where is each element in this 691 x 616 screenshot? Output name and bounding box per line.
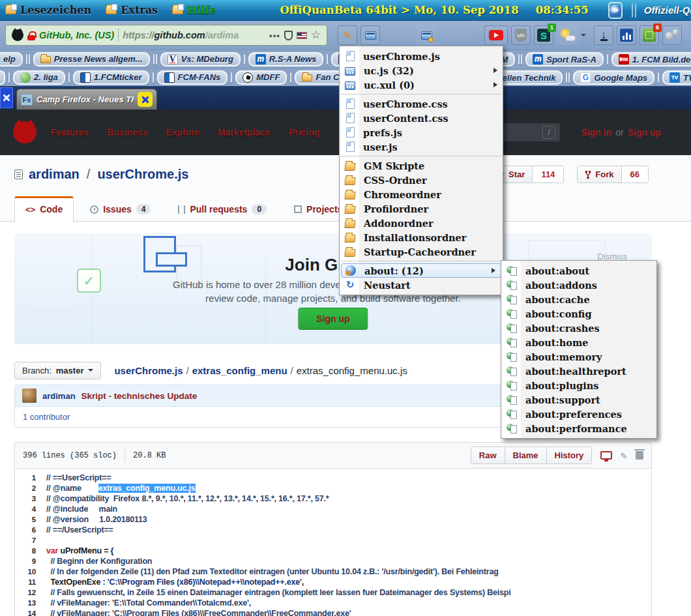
submenu-item-about-performance[interactable]: about:performance (501, 421, 656, 435)
submenu-item-about-support[interactable]: about:support (501, 392, 656, 407)
bookmark-help[interactable]: elp (0, 52, 23, 66)
breadcrumb-folder[interactable]: extras_config_menu (192, 365, 287, 376)
github-logo-icon[interactable] (13, 121, 37, 143)
bookmark-2liga[interactable]: 2. liga (13, 70, 65, 85)
submenu-item-about-plugins[interactable]: about:plugins (501, 378, 656, 392)
stylish-button[interactable]: S1 (534, 25, 553, 45)
tab-pull-requests[interactable]: Pull requests0 (167, 198, 278, 221)
menubar-lesezeichen[interactable]: Lesezeichen (5, 4, 91, 16)
delete-trash-icon[interactable] (636, 451, 643, 460)
menu-item-user-js[interactable]: user.js (340, 139, 503, 154)
bookmark-partial[interactable] (0, 70, 5, 85)
submenu-item-about-memory[interactable]: about:memory (501, 349, 656, 364)
menu-item-neustart[interactable]: ↻Neustart (340, 278, 503, 292)
menu-item-uc-xul[interactable]: uc.xul (0) (340, 78, 503, 92)
menu-item-userchrome-css[interactable]: userChrome.css (340, 96, 503, 111)
window-tool-button[interactable] (360, 25, 380, 45)
nav-features[interactable]: Features (51, 127, 89, 138)
bookmark-mdff[interactable]: MDFF (235, 70, 287, 85)
submenu-item-about-crashes[interactable]: about:crashes (501, 321, 656, 335)
bookmark-rsa-news[interactable]: R.S-A News (248, 52, 323, 66)
bookmark-fcmticker[interactable]: 1.FCMticker (73, 70, 149, 85)
edit-pencil-icon[interactable]: ✎ (621, 449, 627, 462)
browser-tab[interactable]: Fx Camp Firefox - Neues The (16, 89, 157, 110)
menu-item-chromeordner[interactable]: Chromeordner (340, 187, 503, 201)
sign-in-link[interactable]: Sign in (581, 127, 612, 138)
bookmark-tv-guide[interactable]: TVge (662, 70, 691, 85)
submenu-item-about-preferences[interactable]: about:preferences (501, 407, 656, 421)
key-tool-button[interactable] (417, 25, 436, 45)
nav-pricing[interactable]: Pricing (289, 127, 319, 138)
shield-icon[interactable] (284, 31, 293, 40)
raw-button[interactable]: Raw (471, 447, 505, 463)
submenu-item-about-addons[interactable]: about:addons (501, 278, 656, 292)
site-identity[interactable]: GitHub, Inc. (US) (39, 30, 114, 40)
menu-item-gm-skripte[interactable]: GM Skripte (340, 158, 503, 173)
notes-button[interactable]: 6 (640, 25, 659, 45)
globe-page-icon (507, 280, 517, 290)
menu-item-profilordner[interactable]: Profilordner (340, 201, 503, 216)
menu-item-usercontent-css[interactable]: userContent.css (340, 111, 503, 125)
menu-item-startup-cacheordner[interactable]: Startup-Cacheordner (340, 244, 503, 259)
bookmark-volksstimme[interactable]: Vs: MDeburg (160, 52, 241, 66)
menu-item-about[interactable]: about: (12) (341, 263, 501, 278)
url-bar[interactable]: GitHub, Inc. (US) https://github.com/ard… (5, 25, 327, 46)
bookmark-fcm-fans[interactable]: FCM-FANs (157, 70, 228, 85)
star-count[interactable]: 114 (532, 166, 563, 183)
contributors-count[interactable]: 1 contributor (23, 412, 70, 422)
fork-count[interactable]: 66 (621, 166, 648, 183)
folder-icon (344, 177, 355, 185)
ublock-button[interactable]: UD (511, 25, 531, 45)
branch-selector[interactable]: Branch: master (14, 362, 101, 379)
bookmark-google-maps[interactable]: Google Maps (573, 70, 654, 85)
menubar-hilfe[interactable]: Hilfe (172, 4, 216, 16)
tab-close-button[interactable] (138, 92, 153, 107)
menu-item-css-ordner[interactable]: CSS-Ordner (340, 173, 503, 187)
menu-item-installationsordner[interactable]: Installationsordner (340, 230, 503, 244)
history-button[interactable]: History (546, 447, 592, 463)
close-all-button[interactable] (0, 87, 13, 108)
tab-issues[interactable]: Issues4 (79, 198, 162, 221)
bookmark-presse-news[interactable]: Presse News allgem... (33, 52, 150, 66)
dropdown-caret-icon[interactable] (581, 34, 586, 37)
menu-item-userchrome-js[interactable]: userChrome.js (340, 49, 503, 63)
youtube-button[interactable] (484, 25, 508, 45)
flag-icon[interactable] (297, 32, 307, 39)
nav-explore[interactable]: Explore (166, 127, 199, 138)
sign-up-button[interactable]: Sign up (298, 308, 368, 330)
bookmark-sport-rasa[interactable]: Sport RaS-A (525, 52, 604, 66)
weather-button[interactable] (557, 25, 579, 45)
code-view[interactable]: 1// ==UserScript== 2// @name extras_conf… (15, 469, 651, 616)
sign-up-link[interactable]: Sign up (628, 127, 661, 138)
nav-business[interactable]: Business (107, 127, 147, 138)
submenu-item-about-healthreport[interactable]: about:healthreport (501, 364, 656, 378)
submenu-item-about-config[interactable]: about:config (501, 306, 656, 321)
edit-button[interactable]: ✎ (338, 25, 357, 45)
commit-message-link[interactable]: Skript - technisches Update (81, 391, 198, 401)
menubar-extras[interactable]: Extras (106, 4, 158, 16)
bookmark-fcm-bild[interactable]: 1. FCM Bild.de (611, 52, 691, 66)
fork-button[interactable]: Fork (578, 166, 621, 183)
avatar[interactable] (22, 389, 37, 403)
menu-item-addonordner[interactable]: Addonordner (340, 216, 503, 230)
globe-button[interactable] (608, 2, 623, 19)
page-actions-icon[interactable]: ••• (269, 31, 280, 40)
menu-item-prefs-js[interactable]: prefs.js (340, 125, 503, 139)
tab-code[interactable]: Code (14, 196, 74, 222)
blame-button[interactable]: Blame (505, 447, 546, 463)
repo-owner-link[interactable]: ardiman (29, 167, 80, 182)
menu-item-uc-js[interactable]: uc.js (32) (340, 63, 503, 78)
proxy-button[interactable] (662, 25, 682, 45)
submenu-item-about-cache[interactable]: about:cache (501, 292, 656, 306)
stats-button[interactable] (617, 25, 636, 45)
download-button[interactable]: ↓ (594, 25, 613, 45)
submenu-item-about-home[interactable]: about:home (501, 335, 656, 349)
breadcrumb-repo[interactable]: userChrome.js (114, 365, 183, 376)
display-icon[interactable] (600, 451, 612, 460)
repo-name-link[interactable]: userChrome.js (97, 167, 188, 182)
commit-author-link[interactable]: ardiman (42, 391, 76, 401)
chart-icon (620, 29, 633, 42)
submenu-item-about-about[interactable]: about:about (501, 263, 656, 278)
bookmark-star-icon[interactable]: ☆ (311, 30, 321, 40)
nav-marketplace[interactable]: Marketplace (218, 127, 271, 138)
